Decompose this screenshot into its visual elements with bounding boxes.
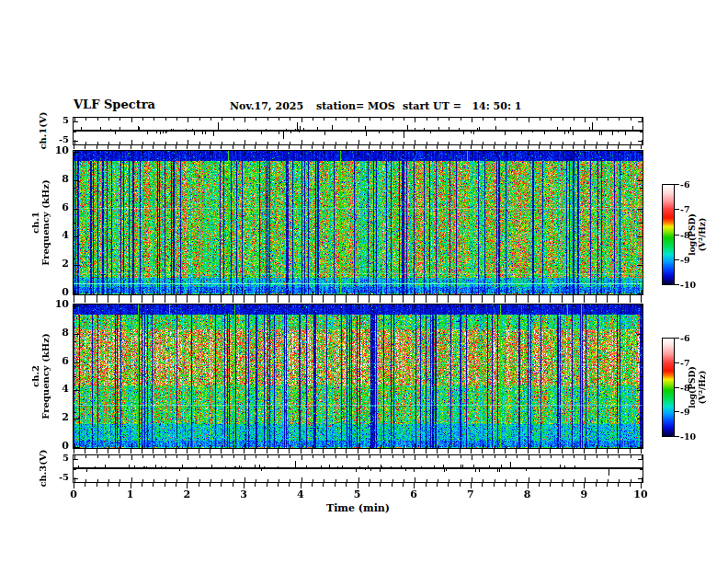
tick-mark [528,145,529,149]
tick-mark [74,449,74,454]
tick-mark [608,479,609,482]
tick-mark [267,142,268,144]
tick-mark [506,455,506,458]
tick-mark [630,449,631,454]
tick-mark [119,449,119,454]
tick-mark [495,292,495,294]
tick-mark [324,118,324,121]
tick-mark [574,455,574,458]
tick-mark [562,449,563,454]
freq-tick-label: 6 [51,202,69,213]
tick-mark [279,304,279,307]
tick-mark [631,455,631,458]
x-tick-label: 5 [348,489,367,500]
tick-mark [415,443,415,448]
tick-mark [460,483,461,487]
tick-mark [619,142,620,144]
tick-mark [154,304,154,307]
tick-mark [472,304,472,309]
tick-mark [427,479,427,482]
tick-mark [323,483,324,487]
tick-mark [131,295,131,303]
tick-mark [131,145,131,149]
tick-mark [630,295,631,303]
tick-mark [267,145,267,149]
tick-mark [438,304,438,307]
tick-mark [176,449,176,454]
tick-mark [574,142,574,144]
tick-mark [279,445,279,448]
tick-mark [131,449,131,454]
tick-mark [142,145,142,149]
tick-mark [550,295,551,303]
tick-mark [165,145,165,149]
tick-mark [392,151,393,154]
tick-mark [267,304,268,307]
tick-mark [188,477,188,482]
tick-mark [640,412,643,413]
tick-mark [233,483,233,487]
tick-mark [346,449,347,454]
tick-mark [637,236,643,237]
tick-mark [540,455,540,458]
tick-mark [119,304,120,307]
tick-mark [165,479,166,482]
tick-mark [584,295,585,303]
tick-mark [370,142,370,144]
colorbar-tick-label: -8 [680,383,700,394]
tick-mark [618,449,619,454]
freq-tick-label: 6 [51,356,69,367]
tick-mark [176,455,177,458]
tick-mark [165,292,166,294]
ch1-spectrogram [74,151,643,294]
tick-mark [415,290,415,294]
tick-mark [596,483,597,487]
tick-mark [256,455,256,458]
tick-mark [324,455,324,458]
tick-mark [324,142,324,144]
tick-mark [437,449,438,454]
tick-mark [210,145,210,149]
tick-mark [381,479,381,482]
tick-mark [74,141,78,142]
tick-mark [675,338,679,339]
tick-mark [97,151,98,154]
tick-mark [630,145,631,149]
tick-mark [381,142,381,144]
tick-mark [358,295,358,303]
tick-mark [392,145,392,149]
tick-mark [641,295,642,303]
tick-mark [392,449,392,454]
tick-mark [176,295,176,303]
tick-mark [74,341,76,342]
tick-mark [336,479,336,482]
tick-mark [74,132,76,132]
tick-mark [244,295,245,303]
freq-tick-label: 10 [51,299,69,310]
tick-mark [222,151,222,154]
tick-mark [154,455,154,458]
tick-mark [619,479,620,482]
tick-mark [267,295,267,303]
tick-mark [74,121,78,122]
tick-mark [289,483,290,487]
tick-mark [369,483,370,487]
tick-mark [245,304,245,309]
x-tick-label: 7 [461,489,480,500]
tick-mark [370,304,370,307]
tick-mark [267,483,267,487]
tick-mark [108,445,109,448]
tick-mark [289,295,290,303]
tick-mark [267,449,267,454]
tick-mark [619,455,620,458]
tick-mark [517,151,518,154]
tick-mark [199,295,199,303]
tick-mark [74,265,79,266]
tick-mark [210,455,211,458]
tick-mark [483,142,483,144]
tick-mark [313,151,313,154]
tick-mark [267,118,268,121]
ch3-voltage-panel [73,454,643,483]
tick-mark [483,479,483,482]
tick-mark [438,445,438,448]
